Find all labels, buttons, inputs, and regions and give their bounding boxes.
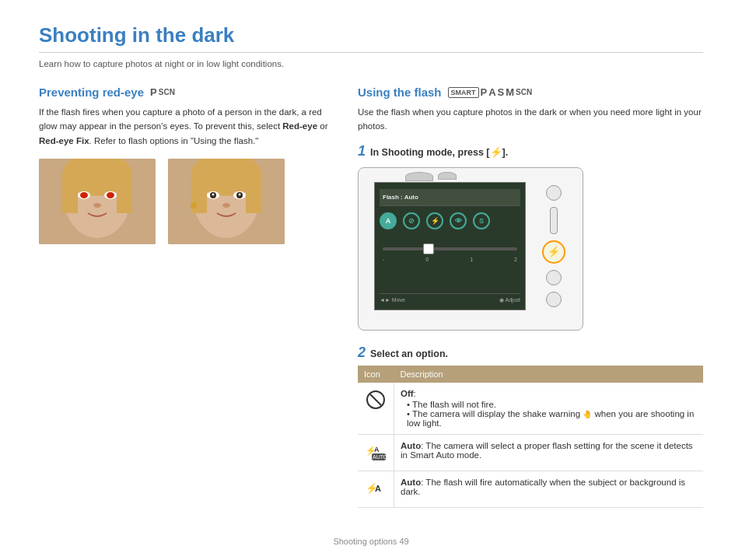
flash-option-fill: ⚡: [426, 212, 443, 229]
svg-line-24: [370, 394, 381, 405]
step-1-text-part1: In Shooting mode, press [: [370, 147, 489, 158]
table-header-description: Description: [394, 366, 704, 383]
page-title: Shooting in the dark: [39, 23, 703, 53]
slider-label-0: 0: [425, 257, 429, 262]
off-colon: :: [414, 389, 416, 398]
off-bullets: The flash will not fire. The camera will…: [401, 400, 697, 428]
ctrl-circle-top: [546, 185, 562, 201]
svg-rect-4: [117, 174, 132, 213]
auto-smart-title: Auto: [401, 441, 421, 450]
page-footer: Shooting options 49: [0, 537, 742, 546]
desc-cell-auto: Auto: The flash will fire automatically …: [394, 471, 704, 507]
slider-labels: - 0 1 2: [383, 257, 517, 262]
preventing-redeye-title: Preventing red-eye P SCN: [39, 86, 334, 99]
svg-text:A: A: [374, 446, 380, 453]
flash-bar: Flash : Auto: [380, 189, 520, 206]
step-2-number: 2: [358, 345, 366, 361]
shake-icon: 🤚: [583, 410, 592, 418]
red-eye-photo-svg: [39, 159, 156, 244]
ctrl-slider-bar: [550, 207, 558, 234]
left-column: Preventing red-eye P SCN If the flash fi…: [39, 86, 334, 508]
bold-red-eye-fix: Red-eye Fix: [39, 136, 89, 145]
ctrl-circle-bottom2: [546, 292, 562, 307]
flash-option-redeye: 👁: [450, 212, 467, 229]
icon-cell-auto-smart: ⚡ A AUTO: [358, 434, 394, 471]
step-1-text: In Shooting mode, press [⚡].: [370, 146, 508, 158]
off-title: Off: [401, 389, 414, 398]
camera-bottom-bar: ◄► Move ◉ Adjust: [380, 293, 520, 303]
section-title-text: Preventing red-eye: [39, 86, 144, 99]
preventing-redeye-text: If the flash fires when you capture a ph…: [39, 105, 334, 148]
auto-title: Auto: [401, 478, 421, 487]
slider-label-2: 2: [514, 257, 517, 262]
right-column: Using the flash SMART P A S M SCN Use th…: [358, 86, 703, 508]
svg-rect-14: [246, 174, 261, 213]
option-table: Icon Description Off: [358, 366, 703, 508]
page: Shooting in the dark Learn how to captur…: [0, 0, 742, 560]
auto-smart-desc: : The camera will select a proper flash …: [401, 441, 693, 460]
off-icon-svg: [365, 389, 387, 411]
ctrl-circle-bottom1: [546, 270, 562, 285]
photo-normal: [168, 159, 285, 244]
flash-slider: [383, 241, 517, 257]
two-column-layout: Preventing red-eye P SCN If the flash fi…: [39, 86, 703, 508]
mode-badge-smart-pasm: SMART P A S M SCN: [448, 86, 533, 98]
auto-icon-svg: ⚡ A: [364, 478, 387, 499]
svg-point-9: [93, 203, 101, 208]
flash-option-slow: S: [473, 212, 490, 229]
camera-screen-inner: Flash : Auto A ⊘ ⚡ 👁 S: [375, 183, 525, 310]
smart-badge: SMART: [448, 87, 479, 98]
slider-label-1: 1: [470, 257, 473, 262]
auto-smart-icon-svg: ⚡ A AUTO: [364, 441, 387, 463]
svg-point-8: [107, 192, 114, 198]
using-flash-text: Use the flash when you capture photos in…: [358, 105, 703, 134]
flash-icons-row: A ⊘ ⚡ 👁 S: [380, 212, 520, 229]
camera-bump-large: [405, 172, 433, 181]
svg-point-22: [191, 202, 197, 208]
step-2: 2 Select an option.: [358, 345, 703, 361]
table-header-icon: Icon: [358, 366, 394, 383]
off-bullet-1: The flash will not fire.: [407, 400, 697, 409]
svg-point-20: [239, 194, 241, 196]
svg-text:A: A: [375, 484, 381, 493]
table-row-auto: ⚡ A Auto: The flash will fire automatica…: [358, 471, 703, 507]
text-part2: . Refer to flash options in "Using the f…: [89, 136, 259, 145]
off-bullet-2: The camera will display the shake warnin…: [407, 409, 697, 428]
flash-icon-inline: ⚡: [490, 146, 502, 158]
camera-top-bumps: [405, 172, 457, 181]
icon-cell-off: [358, 383, 394, 435]
svg-point-17: [212, 194, 215, 196]
flash-option-off: ⊘: [403, 212, 420, 229]
text-part1: If the flash fires when you capture a ph…: [39, 107, 322, 131]
bold-red-eye: Red-eye: [282, 121, 317, 131]
table-row-off: Off: The flash will not fire. The camera…: [358, 383, 703, 435]
normal-photo-svg: [168, 159, 285, 244]
icon-cell-auto: ⚡ A: [358, 471, 394, 507]
photo-red-eye: [39, 159, 156, 244]
camera-move-label: ◄► Move: [380, 297, 405, 303]
svg-point-21: [222, 203, 230, 208]
flash-label: Flash : Auto: [383, 194, 418, 201]
slider-label-neg: -: [383, 257, 384, 262]
flash-option-auto: A: [380, 212, 397, 229]
table-row-auto-smart: ⚡ A AUTO Auto: The camera will select a …: [358, 434, 703, 471]
desc-cell-off: Off: The flash will not fire. The camera…: [394, 383, 704, 435]
using-flash-title: Using the flash SMART P A S M SCN: [358, 86, 703, 99]
auto-desc: : The flash will fire automatically when…: [401, 478, 685, 496]
svg-rect-3: [62, 174, 78, 213]
desc-cell-auto-smart: Auto: The camera will select a proper fl…: [394, 434, 704, 471]
step-1-number: 1: [358, 143, 366, 159]
mode-badge-pscn: P SCN: [150, 86, 175, 98]
page-subtitle: Learn how to capture photos at night or …: [39, 59, 703, 68]
camera-bump-small: [438, 172, 457, 180]
camera-adjust-label: ◉ Adjust: [499, 297, 520, 303]
text-or: or: [317, 121, 327, 131]
camera-diagram: Flash : Auto A ⊘ ⚡ 👁 S: [358, 167, 583, 331]
slider-thumb: [423, 243, 434, 254]
camera-right-controls: ⚡: [532, 182, 575, 310]
example-photos-row: [39, 159, 334, 244]
svg-text:AUTO: AUTO: [373, 454, 387, 460]
svg-point-6: [80, 192, 88, 198]
slider-track: [383, 247, 517, 250]
flash-button[interactable]: ⚡: [542, 240, 565, 264]
